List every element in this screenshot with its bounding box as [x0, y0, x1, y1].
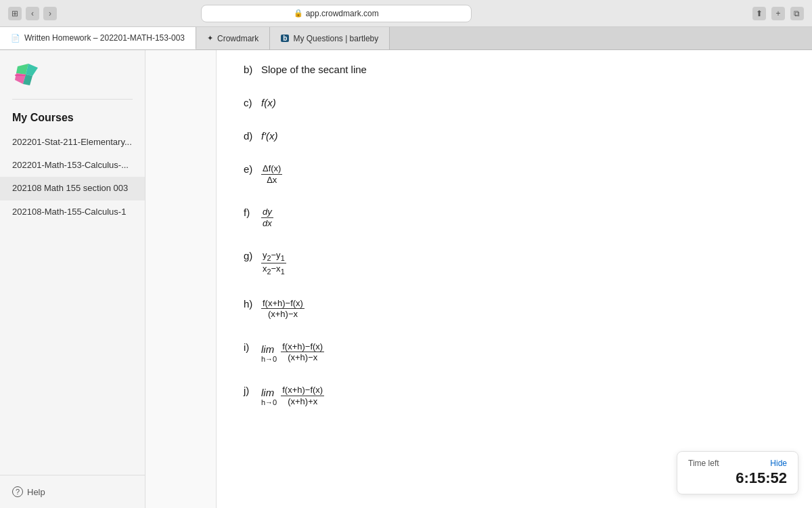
math-item-b: b) Slope of the secant line: [244, 64, 785, 75]
math-expr-c: f(x): [261, 97, 276, 108]
tab-crowdmark-label: Crowdmark: [217, 34, 258, 43]
frac-den-j: (x+h)+x: [286, 396, 319, 407]
math-item-j: j) lim h→0 f(x+h)−f(x) (x+h)+x: [244, 385, 785, 406]
crowdmark-logo: [12, 61, 45, 88]
math-expr-e: Δf(x) Δx: [261, 163, 282, 185]
math-item-c: c) f(x): [244, 97, 785, 108]
limit-frac-j: f(x+h)−f(x) (x+h)+x: [281, 385, 324, 406]
limit-sub-j: h→0: [261, 398, 277, 406]
frac-den-e: Δx: [265, 175, 278, 186]
tab-homework-label: Written Homework – 202201-MATH-153-003: [24, 33, 185, 43]
math-item-f: f) dy dx: [244, 207, 785, 228]
sidebar: My Courses 202201-Stat-211-Elementary...…: [0, 50, 145, 508]
back-btn[interactable]: ‹: [26, 7, 39, 20]
svg-rect-0: [15, 75, 26, 76]
frac-den-i: (x+h)−x: [286, 352, 319, 363]
frac-den-f: dx: [261, 218, 273, 229]
limit-word-i: lim: [261, 343, 274, 355]
tab-crowdmark[interactable]: ✦ Crowdmark: [196, 27, 270, 49]
math-item-d: d) f′(x): [244, 130, 785, 142]
math-label-b: b): [244, 64, 257, 75]
math-expr-f: dy dx: [261, 207, 273, 228]
math-item-e: e) Δf(x) Δx: [244, 163, 785, 185]
help-circle-icon: ?: [12, 486, 23, 497]
math-label-c: c): [244, 97, 257, 108]
timer-widget: Time left Hide 6:15:52: [677, 451, 798, 494]
math-item-h: h) f(x+h)−f(x) (x+h)−x: [244, 298, 785, 320]
frac-num-e: Δf(x): [261, 163, 282, 175]
question-panel: [145, 50, 217, 508]
lock-icon: 🔒: [294, 9, 303, 18]
math-label-h: h): [244, 298, 257, 310]
math-item-g: g) y2−y1 x2−x1: [244, 250, 785, 276]
frac-num-j: f(x+h)−f(x): [281, 385, 324, 396]
add-btn[interactable]: +: [771, 7, 785, 20]
timer-value: 6:15:52: [736, 469, 787, 487]
frac-num-i: f(x+h)−f(x): [281, 341, 324, 353]
math-label-d: d): [244, 130, 257, 142]
tab-crowdmark-favicon: ✦: [207, 34, 213, 43]
browser-bar: ⊞ ‹ › 🔒 app.crowdmark.com ⬆ + ⧉: [0, 0, 812, 27]
sidebar-toggle-btn[interactable]: ⊞: [8, 7, 22, 20]
math-expr-b: Slope of the secant line: [261, 64, 367, 75]
math-label-f: f): [244, 207, 257, 218]
math-label-j: j): [244, 385, 257, 396]
sidebar-help[interactable]: ? Help: [0, 475, 145, 508]
sidebar-section-title: My Courses: [0, 100, 145, 131]
timer-top: Time left Hide: [688, 459, 787, 468]
browser-actions: ⬆ + ⧉: [752, 7, 804, 20]
timer-hide-btn[interactable]: Hide: [770, 459, 787, 468]
tab-bar: 📄 Written Homework – 202201-MATH-153-003…: [0, 27, 812, 50]
tab-homework[interactable]: 📄 Written Homework – 202201-MATH-153-003: [0, 27, 196, 49]
tabs-btn[interactable]: ⧉: [790, 7, 804, 20]
math-label-g: g): [244, 250, 257, 261]
sidebar-item-math155sec[interactable]: 202108 Math 155 section 003: [0, 177, 145, 200]
frac-num-f: dy: [261, 207, 273, 218]
sidebar-nav: 202201-Stat-211-Elementary... 202201-Mat…: [0, 131, 145, 475]
frac-den-h: (x+h)−x: [267, 309, 299, 320]
help-label: Help: [27, 487, 45, 497]
sidebar-item-math153[interactable]: 202201-Math-153-Calculus-...: [0, 154, 145, 177]
browser-controls: ⊞ ‹ ›: [8, 7, 57, 20]
main-layout: My Courses 202201-Stat-211-Elementary...…: [0, 50, 812, 508]
sidebar-item-math155calc[interactable]: 202108-Math-155-Calculus-1: [0, 200, 145, 224]
limit-frac-i: f(x+h)−f(x) (x+h)−x: [281, 341, 324, 363]
math-item-i: i) lim h→0 f(x+h)−f(x) (x+h)−x: [244, 341, 785, 363]
url-text: app.crowdmark.com: [306, 9, 379, 18]
frac-num-h: f(x+h)−f(x): [261, 298, 304, 310]
math-expr-g: y2−y1 x2−x1: [261, 250, 286, 276]
math-expr-h: f(x+h)−f(x) (x+h)−x: [261, 298, 304, 320]
limit-sub-i: h→0: [261, 355, 277, 363]
math-limit-j: lim h→0 f(x+h)−f(x) (x+h)+x: [261, 385, 324, 406]
math-expr-d: f′(x): [261, 130, 277, 142]
frac-num-g: y2−y1: [261, 250, 286, 263]
math-limit-i: lim h→0 f(x+h)−f(x) (x+h)−x: [261, 341, 324, 363]
forward-btn[interactable]: ›: [43, 7, 57, 20]
sidebar-logo: [0, 50, 145, 99]
address-bar[interactable]: 🔒 app.crowdmark.com: [201, 5, 472, 22]
content-area: b) Slope of the secant line c) f(x) d) f…: [145, 50, 812, 508]
tab-bartleby[interactable]: b My Questions | bartleby: [270, 27, 390, 49]
main-content: b) Slope of the secant line c) f(x) d) f…: [217, 50, 812, 508]
timer-label: Time left: [688, 459, 719, 468]
math-label-e: e): [244, 163, 257, 175]
limit-prefix-i: lim h→0: [261, 343, 277, 363]
tab-homework-favicon: 📄: [11, 34, 20, 43]
limit-word-j: lim: [261, 387, 274, 398]
tab-bartleby-favicon: b: [281, 35, 289, 42]
tab-bartleby-label: My Questions | bartleby: [293, 34, 378, 43]
math-label-i: i): [244, 341, 257, 353]
sidebar-item-stat211[interactable]: 202201-Stat-211-Elementary...: [0, 131, 145, 154]
frac-den-g: x2−x1: [261, 263, 286, 276]
share-btn[interactable]: ⬆: [752, 7, 766, 20]
limit-prefix-j: lim h→0: [261, 387, 277, 406]
